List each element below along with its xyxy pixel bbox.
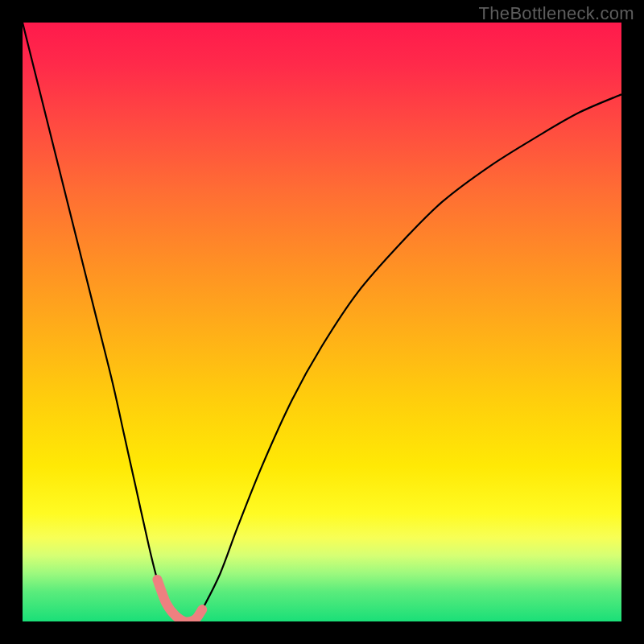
bottleneck-curve bbox=[23, 23, 621, 621]
trough-marker bbox=[157, 580, 202, 621]
plot-area bbox=[23, 23, 621, 621]
chart-frame: TheBottleneck.com bbox=[0, 0, 644, 644]
watermark-text: TheBottleneck.com bbox=[479, 3, 634, 24]
curve-path bbox=[23, 23, 621, 621]
